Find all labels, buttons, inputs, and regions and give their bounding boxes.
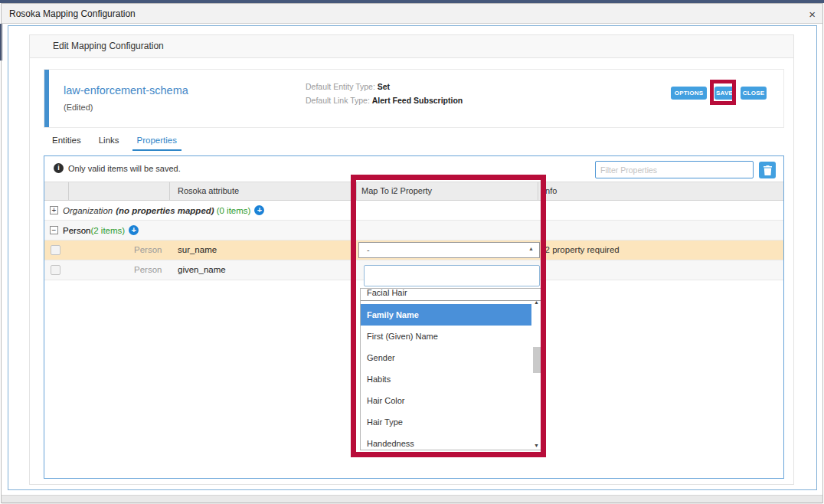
close-icon[interactable]: × [809,8,816,21]
expand-icon[interactable]: + [50,206,58,214]
add-property-icon[interactable]: + [129,225,139,235]
group-note: (no properties mapped) [116,206,214,215]
schema-accent-bar [44,70,49,127]
group-count: (0 items) [217,206,251,215]
dialog-title-bar: Rosoka Mapping Configuration × [2,3,822,24]
window-edge-artifact [0,24,2,61]
schema-defaults: Default Entity Type: Set Default Link Ty… [306,80,463,107]
cell-rosoka-attribute: sur_name [178,241,217,260]
tab-links[interactable]: Links [94,133,124,151]
row-checkbox[interactable] [51,245,60,255]
schema-summary-section: law-enforcement-schema (Edited) Default … [44,69,784,128]
header-type-col [69,182,170,200]
header-info: Info [538,182,783,200]
default-entity-value: Set [378,82,390,91]
delete-button[interactable] [759,162,776,178]
default-entity-label: Default Entity Type: [306,82,375,91]
default-link-value: Alert Feed Subscription [372,96,463,105]
annotation-box-map-column [351,175,546,457]
schema-edited-status: (Edited) [64,103,93,112]
dialog-title: Rosoka Mapping Configuration [9,8,136,19]
cell-info: i2 property required [543,241,620,260]
info-icon: i [54,163,64,173]
default-link-label: Default Link Type: [306,96,370,105]
trash-icon [764,165,772,175]
options-button[interactable]: OPTIONS [671,87,707,100]
close-button[interactable]: CLOSE [741,87,767,100]
tab-bar: Entities Links Properties [47,133,190,151]
table-notice: Only valid items will be saved. [68,164,181,173]
group-name: Organization [63,206,113,215]
cell-entity-type: Person [134,260,162,280]
schema-name: law-enforcement-schema [64,84,188,97]
cell-rosoka-attribute: given_name [178,260,226,280]
card-title: Edit Mapping Configuration [30,35,793,58]
cell-entity-type: Person [134,241,162,260]
filter-properties-input[interactable] [595,161,754,178]
tab-entities[interactable]: Entities [47,133,86,151]
group-count: (2 items) [90,226,125,235]
annotation-box-save [710,80,736,105]
collapse-icon[interactable]: − [50,226,58,234]
group-name: Person [63,226,90,235]
header-checkbox-col [44,182,69,200]
add-property-icon[interactable]: + [254,205,264,215]
tab-properties[interactable]: Properties [132,133,181,151]
dialog-footer [2,495,822,504]
header-rosoka-attribute: Rosoka attribute [170,182,357,200]
row-checkbox[interactable] [51,265,60,275]
